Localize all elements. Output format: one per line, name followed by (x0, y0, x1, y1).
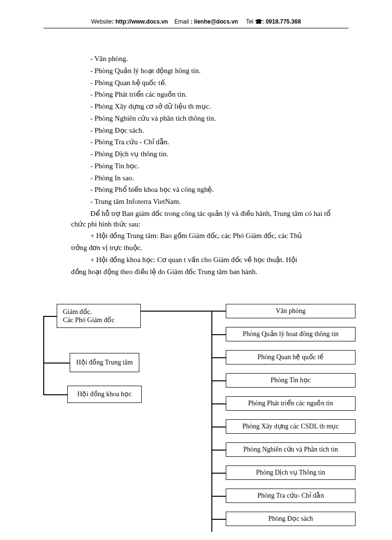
connector-line (211, 311, 226, 312)
org-box-dept: Phòng Quan hệ quốc tế (226, 350, 355, 364)
body-text: - Văn phòng. - Phòng Quản lý hoạt độngt … (71, 54, 331, 278)
list-item: - Phòng Dịch vụ thông tin. (71, 149, 331, 160)
connector-line (211, 427, 226, 427)
list-item: - Phòng Xây dựng cơ sở dữ liệu th mục. (71, 101, 331, 112)
connector-line (211, 450, 226, 451)
org-box-dept: Phòng Phát triển các nguồn tin (226, 396, 355, 411)
connector-line (211, 496, 226, 497)
connector-line (211, 519, 226, 520)
org-box-council-center: Hội đồng Trung tâm (70, 353, 139, 372)
list-item: - Phòng Nghiên cứu và phân tích thông ti… (71, 113, 331, 124)
list-item: - Phòng Phổ biến khoa học và công nghệ. (71, 185, 331, 195)
phone-icon: ☎ (255, 18, 262, 25)
tel-label: Tel (246, 18, 253, 25)
org-box-dept: Văn phòng (226, 304, 355, 318)
org-box-dept: Phòng Tin học (226, 373, 355, 388)
connector-line (211, 334, 226, 335)
connector-line (43, 394, 67, 395)
list-item: - Phòng Phát triển các nguồn tin. (71, 89, 331, 100)
connector-line (211, 403, 226, 404)
org-box-dept: Phòng Tra cứu- Chỉ dẫn (226, 489, 355, 503)
connector-line (43, 363, 70, 364)
connector-line (211, 380, 226, 381)
org-box-dept: Phòng Quản lý hoat đông thông tin (226, 327, 355, 341)
paragraph-plus-cont: đồng hoạt động theo điều lệ do Giám đốc … (71, 267, 331, 277)
list-item: - Văn phòng. (71, 54, 331, 64)
list-item: - Phòng Tra cứu - Chỉ dẫn. (71, 137, 331, 148)
website-url: http://www.docs.vn (115, 18, 168, 25)
org-box-council-science: Hội đồng khoa học (67, 386, 142, 403)
paragraph-plus-cont: trởng đơn vị trực thuộc. (71, 243, 331, 253)
website-label: Website (91, 18, 112, 25)
paragraph-plus: + Hội đồng Trung tâm: Bao gồm Giám đốc, … (71, 231, 331, 241)
list-item: - Phòng Đọc sách. (71, 126, 331, 136)
email-address: lienhe@docs.vn (194, 18, 238, 25)
org-box-dept: Phòng Xây dựng các CSDL th mục (226, 419, 355, 434)
list-item: - Phòng Tin học. (71, 161, 331, 172)
connector-line (141, 311, 211, 312)
org-box-dept: Phòng Nghiên cứu và Phân tích tin (226, 442, 355, 457)
org-box-dept: Phòng Dịch vụ Thông tin (226, 465, 355, 480)
list-item: - Phòng In sao. (71, 173, 331, 184)
tel-number: 0918.775.368 (266, 18, 301, 25)
list-item: - Phòng Quan hệ quốc tế. (71, 78, 331, 88)
connector-line (43, 316, 44, 394)
paragraph-plus: + Hội đồng khoa học: Cơ quan t vấn cho G… (71, 255, 331, 265)
connector-line (211, 357, 226, 358)
email-label: Email (174, 18, 189, 25)
page-header: Website: http://www.docs.vn Email : lien… (43, 18, 349, 28)
connector-line (211, 473, 226, 474)
connector-line (43, 316, 57, 317)
org-box-dept: Phòng Đọc sách (226, 512, 355, 526)
list-item: - Phòng Quản lý hoạt độngt hông tin. (71, 66, 331, 76)
org-box-director: Giám đốc. Các Phó Giám đốc (57, 304, 141, 328)
list-item: - Trung tâm Infoterra VietNam. (71, 197, 331, 207)
paragraph: Để hỗ trợ Ban giám đốc trong công tác qu… (71, 209, 331, 230)
connector-line (211, 311, 212, 532)
org-chart: Giám đốc. Các Phó Giám đốc Hội đồng Trun… (43, 304, 355, 535)
